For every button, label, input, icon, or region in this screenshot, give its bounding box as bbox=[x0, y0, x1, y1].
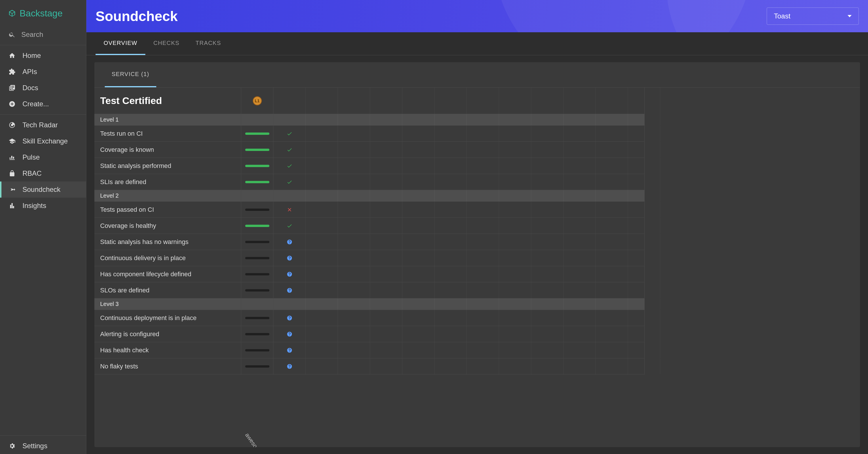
status-bar bbox=[245, 241, 269, 243]
panel-tab-service[interactable]: SERVICE (1) bbox=[105, 62, 156, 87]
tabs: OVERVIEWCHECKSTRACKS bbox=[86, 32, 868, 55]
sidebar-item-label: Create... bbox=[23, 100, 49, 108]
nav-divider bbox=[0, 114, 86, 115]
status-bar bbox=[245, 349, 269, 351]
main: Soundcheck Toast OVERVIEWCHECKSTRACKS SE… bbox=[86, 0, 868, 454]
status-bar bbox=[245, 289, 269, 291]
status-bar bbox=[245, 365, 269, 368]
sidebar: Backstage Search HomeAPIsDocsCreate... T… bbox=[0, 0, 86, 454]
status-bar bbox=[245, 149, 269, 151]
check-row[interactable]: Continuous deployment is in place bbox=[94, 310, 644, 326]
sidebar-item-pulse[interactable]: Pulse bbox=[0, 149, 86, 165]
sidebar-item-label: Skill Exchange bbox=[23, 137, 68, 145]
search-placeholder: Search bbox=[21, 31, 43, 38]
pass-icon bbox=[287, 179, 292, 185]
track-title-row: Test Certified L1 bbox=[94, 88, 644, 114]
home-icon bbox=[9, 52, 16, 59]
check-label: Continuous deployment is in place bbox=[94, 310, 241, 326]
status-bar bbox=[245, 133, 269, 135]
level-header: Level 1 bbox=[94, 114, 644, 125]
sidebar-item-skill-exchange[interactable]: Skill Exchange bbox=[0, 133, 86, 149]
search-input[interactable]: Search bbox=[0, 27, 86, 42]
check-row[interactable]: Static analysis performed bbox=[94, 158, 644, 174]
status-bar bbox=[245, 333, 269, 335]
create-icon bbox=[9, 101, 16, 108]
track-title: Test Certified bbox=[94, 88, 241, 114]
level-header: Level 3 bbox=[94, 299, 644, 310]
sidebar-item-label: Pulse bbox=[23, 153, 40, 161]
pass-icon bbox=[287, 147, 292, 153]
header-dropdown[interactable]: Toast bbox=[767, 7, 859, 25]
check-label: Has health check bbox=[94, 342, 241, 358]
level-label: Level 3 bbox=[94, 299, 241, 310]
lock-icon bbox=[9, 170, 16, 177]
sidebar-item-tech-radar[interactable]: Tech Radar bbox=[0, 117, 86, 133]
radar-icon bbox=[9, 121, 16, 129]
sidebar-item-settings[interactable]: Settings bbox=[0, 438, 86, 454]
chevron-down-icon bbox=[847, 15, 851, 17]
tab-checks[interactable]: CHECKS bbox=[145, 32, 188, 55]
check-label: Tests run on CI bbox=[94, 125, 241, 141]
sidebar-item-rbac[interactable]: RBAC bbox=[0, 165, 86, 181]
tab-overview[interactable]: OVERVIEW bbox=[96, 32, 145, 55]
check-row[interactable]: Static analysis has no warnings bbox=[94, 234, 644, 250]
gear-icon bbox=[9, 443, 16, 449]
check-row[interactable]: Has component lifecycle defined bbox=[94, 266, 644, 282]
unknown-icon bbox=[287, 364, 292, 369]
unknown-icon bbox=[287, 331, 292, 337]
sidebar-item-soundcheck[interactable]: Soundcheck bbox=[0, 181, 86, 198]
check-row[interactable]: Alerting is configured bbox=[94, 326, 644, 342]
page-header: Soundcheck Toast bbox=[86, 0, 868, 32]
check-row[interactable]: Coverage is known bbox=[94, 142, 644, 158]
pass-icon bbox=[287, 223, 292, 229]
status-bar bbox=[245, 225, 269, 227]
check-label: No flaky tests bbox=[94, 358, 241, 374]
search-icon bbox=[9, 31, 16, 38]
sidebar-item-label: Insights bbox=[23, 202, 46, 210]
status-bar bbox=[245, 273, 269, 275]
skill-icon bbox=[9, 138, 16, 145]
brand-logo[interactable]: Backstage bbox=[0, 0, 86, 27]
check-row[interactable]: SLOs are defined bbox=[94, 282, 644, 299]
check-row[interactable]: Coverage is healthy bbox=[94, 218, 644, 234]
sidebar-item-label: RBAC bbox=[23, 169, 42, 177]
brand-name: Backstage bbox=[20, 8, 62, 19]
check-label: Coverage is healthy bbox=[94, 218, 241, 234]
unknown-icon bbox=[287, 239, 292, 245]
check-label: SLOs are defined bbox=[94, 282, 241, 298]
sidebar-item-insights[interactable]: Insights bbox=[0, 198, 86, 214]
status-bar bbox=[245, 181, 269, 183]
unknown-icon bbox=[287, 255, 292, 261]
check-label: Coverage is known bbox=[94, 142, 241, 158]
check-row[interactable]: Tests passed on CI bbox=[94, 202, 644, 218]
sidebar-item-apis[interactable]: APIs bbox=[0, 64, 86, 80]
level-label: Level 1 bbox=[94, 114, 241, 125]
soundcheck-icon bbox=[9, 186, 16, 193]
unknown-icon bbox=[287, 287, 292, 293]
sidebar-item-label: Docs bbox=[23, 84, 38, 92]
apis-icon bbox=[9, 68, 16, 75]
nav-divider bbox=[0, 45, 86, 45]
check-row[interactable]: Tests run on CI bbox=[94, 125, 644, 142]
sidebar-item-create-[interactable]: Create... bbox=[0, 96, 86, 112]
component-column-label: awesome-component bbox=[244, 432, 281, 447]
pulse-icon bbox=[9, 154, 16, 161]
backstage-logo-icon bbox=[8, 9, 16, 17]
docs-icon bbox=[9, 84, 16, 91]
sidebar-item-label: Home bbox=[23, 52, 41, 60]
fail-icon bbox=[287, 207, 292, 212]
check-row[interactable]: No flaky tests bbox=[94, 358, 644, 374]
unknown-icon bbox=[287, 272, 292, 277]
pass-icon bbox=[287, 163, 292, 169]
sidebar-item-label: APIs bbox=[23, 68, 37, 76]
sidebar-item-home[interactable]: Home bbox=[0, 48, 86, 64]
check-row[interactable]: Continuous delivery is in place bbox=[94, 250, 644, 266]
sidebar-item-docs[interactable]: Docs bbox=[0, 80, 86, 96]
check-label: Alerting is configured bbox=[94, 326, 241, 342]
unknown-icon bbox=[287, 315, 292, 321]
check-row[interactable]: Has health check bbox=[94, 342, 644, 358]
level-label: Level 2 bbox=[94, 190, 241, 201]
track-badge-cell: L1 bbox=[241, 88, 273, 114]
tab-tracks[interactable]: TRACKS bbox=[188, 32, 229, 55]
check-row[interactable]: SLIs are defined bbox=[94, 174, 644, 190]
